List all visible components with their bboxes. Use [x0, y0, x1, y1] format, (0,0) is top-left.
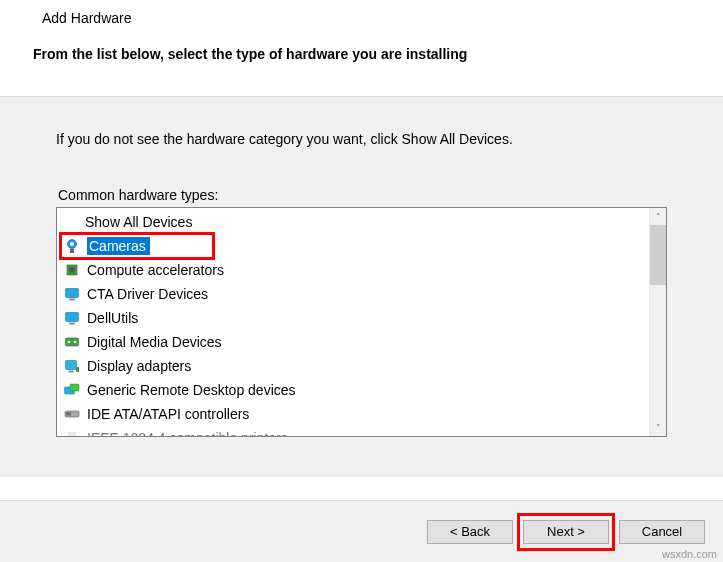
- list-item[interactable]: Compute accelerators: [57, 258, 649, 282]
- printer-icon: [63, 429, 81, 436]
- list-item-label: Compute accelerators: [87, 262, 224, 278]
- svg-point-1: [70, 242, 74, 246]
- hardware-types-listbox[interactable]: Show All Devices Cameras Compute acceler…: [56, 207, 667, 437]
- info-text: If you do not see the hardware category …: [56, 131, 667, 147]
- remote-desktop-icon: [63, 381, 81, 399]
- svg-rect-16: [70, 384, 79, 391]
- list-item-label: CTA Driver Devices: [87, 286, 208, 302]
- scroll-up-button[interactable]: ˄: [650, 208, 666, 225]
- svg-rect-13: [69, 371, 74, 373]
- wizard-footer: < Back Next > Cancel: [0, 500, 723, 562]
- svg-rect-20: [68, 432, 76, 436]
- list-item[interactable]: IEEE 1284.4 compatible printers: [57, 426, 649, 436]
- svg-rect-9: [66, 338, 79, 346]
- chevron-up-icon: ˄: [656, 212, 661, 222]
- list-item[interactable]: Show All Devices: [57, 210, 649, 234]
- list-item-label: DellUtils: [87, 310, 138, 326]
- list-label: Common hardware types:: [58, 187, 667, 203]
- list-item[interactable]: IDE ATA/ATAPI controllers: [57, 402, 649, 426]
- svg-rect-18: [66, 413, 71, 416]
- list-item[interactable]: Digital Media Devices: [57, 330, 649, 354]
- camera-icon: [63, 237, 81, 255]
- display-adapter-icon: [63, 357, 81, 375]
- svg-rect-6: [69, 299, 75, 301]
- svg-rect-5: [66, 289, 79, 298]
- svg-rect-7: [66, 313, 79, 322]
- hardware-types-items: Show All Devices Cameras Compute acceler…: [57, 208, 649, 436]
- list-item[interactable]: DellUtils: [57, 306, 649, 330]
- next-button[interactable]: Next >: [523, 520, 609, 544]
- cancel-button[interactable]: Cancel: [619, 520, 705, 544]
- chip-icon: [63, 261, 81, 279]
- list-item-label: Show All Devices: [85, 214, 192, 230]
- svg-rect-4: [70, 268, 75, 273]
- back-button[interactable]: < Back: [427, 520, 513, 544]
- scroll-thumb[interactable]: [650, 225, 666, 285]
- list-item[interactable]: Cameras: [57, 234, 649, 258]
- list-item-label: Display adapters: [87, 358, 191, 374]
- watermark: wsxdn.com: [662, 548, 717, 560]
- list-item-label: Generic Remote Desktop devices: [87, 382, 296, 398]
- list-item[interactable]: Display adapters: [57, 354, 649, 378]
- list-item-label: IEEE 1284.4 compatible printers: [87, 430, 288, 436]
- svg-rect-2: [70, 249, 74, 253]
- annotation-highlight: Next >: [523, 520, 609, 544]
- svg-rect-12: [66, 361, 77, 370]
- media-icon: [63, 333, 81, 351]
- wizard-content: If you do not see the hardware category …: [0, 97, 723, 477]
- list-item-label: IDE ATA/ATAPI controllers: [87, 406, 249, 422]
- wizard-title: Add Hardware: [42, 10, 705, 26]
- list-item[interactable]: CTA Driver Devices: [57, 282, 649, 306]
- scroll-down-button[interactable]: ˅: [650, 419, 666, 436]
- scroll-track[interactable]: [650, 225, 666, 419]
- list-item-label: Cameras: [89, 238, 146, 254]
- svg-point-11: [74, 341, 77, 344]
- chevron-down-icon: ˅: [656, 423, 661, 433]
- ide-controller-icon: [63, 405, 81, 423]
- list-item-label: Digital Media Devices: [87, 334, 222, 350]
- monitor-icon: [63, 309, 81, 327]
- wizard-subtitle: From the list below, select the type of …: [33, 46, 705, 62]
- wizard-header: Add Hardware From the list below, select…: [0, 0, 723, 97]
- list-item[interactable]: Generic Remote Desktop devices: [57, 378, 649, 402]
- svg-point-10: [68, 341, 71, 344]
- svg-rect-14: [76, 367, 79, 372]
- monitor-icon: [63, 285, 81, 303]
- scrollbar[interactable]: ˄ ˅: [649, 208, 666, 436]
- svg-rect-8: [69, 323, 75, 325]
